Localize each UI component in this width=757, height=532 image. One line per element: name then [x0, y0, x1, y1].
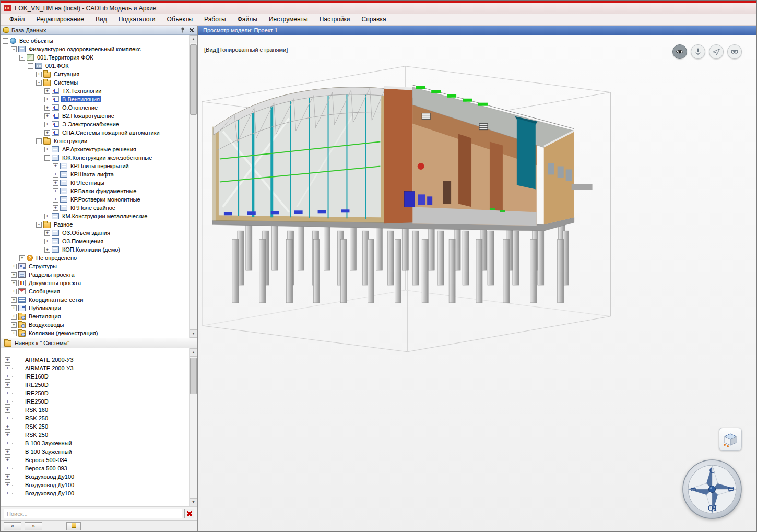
expand-icon[interactable]: +	[44, 230, 50, 236]
tree-item-label[interactable]: ОЗ.Объем здания	[61, 230, 112, 236]
tree-item-label[interactable]: Координатные сетки	[27, 297, 85, 303]
tree-item[interactable]: +ОЗ.Объем здания	[1, 229, 197, 237]
tree-item[interactable]: +Разделы проекта	[1, 270, 197, 279]
menu-item[interactable]: Объекты	[161, 14, 199, 25]
expand-icon[interactable]: +	[44, 147, 50, 152]
equipment-item-label[interactable]: Воздуховод Ду100	[23, 474, 76, 480]
menu-item[interactable]: Редактирование	[31, 14, 90, 25]
scroll-up-icon[interactable]: ▲	[190, 35, 197, 43]
expand-icon[interactable]: +	[5, 365, 10, 371]
tree-item[interactable]: +Воздуховоды	[1, 321, 197, 329]
tree-item-label[interactable]: Вентиляция	[27, 313, 63, 320]
tree-item[interactable]: +Документы проекта	[1, 279, 197, 287]
tree-item[interactable]: +ТХ.Технологии	[1, 87, 197, 95]
equipment-item-label[interactable]: IRE250D	[23, 390, 50, 396]
tree-item[interactable]: +КР.Ростверки монолитные	[1, 195, 197, 204]
equipment-panel-header[interactable]: Наверх к " Системы"	[1, 338, 197, 348]
equipment-item[interactable]: +IRE250D	[1, 381, 197, 389]
tree-item-label[interactable]: КР.Поле свайное	[69, 205, 117, 211]
expand-icon[interactable]: +	[44, 88, 50, 94]
equipment-item-label[interactable]: RSK 250	[23, 415, 50, 421]
expand-icon[interactable]: +	[11, 289, 17, 294]
tree-item-label[interactable]: Сообщения	[27, 288, 62, 294]
tree-item-label[interactable]: СПА.Системы пожарной автоматики	[61, 129, 161, 136]
expand-icon[interactable]: +	[5, 449, 10, 455]
tree-item-label[interactable]: КМ.Конструкции металлические	[61, 213, 149, 219]
equipment-item-label[interactable]: AIRMATE 2000-УЗ	[23, 365, 75, 371]
equipment-item-label[interactable]: Воздуховод Ду100	[23, 490, 76, 496]
equipment-item[interactable]: +RSK 250	[1, 431, 197, 439]
expand-icon[interactable]: +	[44, 247, 50, 253]
tree-item-label[interactable]: Коллизии (демонстрация)	[27, 330, 99, 336]
tree-item-label[interactable]: В.Вентиляция	[61, 96, 101, 102]
equipment-item[interactable]: +Воздуховод Ду100	[1, 481, 197, 489]
tree-item[interactable]: +Публикации	[1, 304, 197, 312]
equipment-item-label[interactable]: AIRMATE 2000-УЗ	[23, 357, 75, 363]
expand-icon[interactable]: +	[53, 163, 58, 169]
tree-item-label[interactable]: Разделы проекта	[27, 271, 76, 278]
tree-item[interactable]: +Координатные сетки	[1, 295, 197, 304]
tree-item-label[interactable]: Физкультурно-оздоровительный комплекс	[27, 46, 143, 52]
tree-item[interactable]: +Коллизии (демонстрация)	[1, 329, 197, 337]
tree-item[interactable]: +АР.Архитектурные решения	[1, 145, 197, 153]
collapse-icon[interactable]: -	[36, 138, 42, 144]
expand-icon[interactable]: +	[5, 457, 10, 463]
tree-item-label[interactable]: КЖ.Конструкции железобетонные	[61, 155, 153, 161]
visibility-button[interactable]	[672, 44, 687, 59]
menu-item[interactable]: Инструменты	[263, 14, 314, 25]
tree-item[interactable]: -Физкультурно-оздоровительный комплекс	[1, 45, 197, 53]
menu-item[interactable]: Работы	[198, 14, 232, 25]
tree-item-label[interactable]: ТХ.Технологии	[61, 88, 103, 94]
expand-icon[interactable]: +	[5, 466, 10, 471]
tree-item-label[interactable]: КР.Лестницы	[69, 180, 106, 186]
microphone-button[interactable]	[691, 44, 705, 59]
expand-icon[interactable]: +	[53, 172, 58, 178]
expand-icon[interactable]: +	[5, 441, 10, 446]
collapse-icon[interactable]: -	[44, 155, 50, 161]
tree-item[interactable]: +Структуры	[1, 262, 197, 270]
expand-icon[interactable]: +	[19, 255, 25, 261]
equipment-item[interactable]: +AIRMATE 2000-УЗ	[1, 356, 197, 364]
next-page-button[interactable]: »	[25, 522, 42, 530]
tree-item-label[interactable]: Структуры	[27, 263, 58, 269]
link-objects-button[interactable]	[727, 44, 742, 59]
tree-item[interactable]: -001.Территория ФОК	[1, 53, 197, 62]
expand-icon[interactable]: +	[11, 330, 17, 336]
expand-icon[interactable]: +	[44, 239, 50, 244]
collapse-icon[interactable]: -	[11, 46, 17, 52]
equipment-item[interactable]: +RSK 250	[1, 414, 197, 422]
menu-item[interactable]: Файл	[4, 14, 31, 25]
equipment-item-label[interactable]: RSK 250	[23, 432, 50, 438]
expand-icon[interactable]: +	[5, 374, 10, 380]
equipment-item[interactable]: +AIRMATE 2000-УЗ	[1, 364, 197, 372]
equipment-item[interactable]: +IRE250D	[1, 389, 197, 397]
menu-item[interactable]: Подкаталоги	[113, 14, 161, 25]
equipment-item[interactable]: +Вероса 500-034	[1, 456, 197, 464]
expand-icon[interactable]: +	[5, 424, 10, 430]
expand-icon[interactable]: +	[53, 205, 58, 211]
equipment-item-label[interactable]: В 100 Зауженный	[23, 440, 74, 446]
equipment-item-label[interactable]: В 100 Зауженный	[23, 448, 74, 455]
expand-icon[interactable]: +	[5, 357, 10, 363]
send-view-button[interactable]	[709, 44, 724, 59]
collapse-icon[interactable]: -	[19, 55, 25, 61]
expand-icon[interactable]: +	[11, 264, 17, 269]
equipment-item-label[interactable]: IRE250D	[23, 382, 50, 388]
tree-item[interactable]: +В2.Пожаротушение	[1, 112, 197, 120]
equipment-item[interactable]: +IRE160D	[1, 372, 197, 381]
equipment-item[interactable]: +В 100 Зауженный	[1, 447, 197, 456]
tree-item-label[interactable]: КР.Плиты перекрытий	[69, 163, 131, 169]
expand-icon[interactable]: +	[44, 130, 50, 136]
tree-item[interactable]: +КР.Балки фундаментные	[1, 187, 197, 195]
tree-item-label[interactable]: Системы	[52, 79, 79, 86]
equipment-item[interactable]: +IRE250D	[1, 397, 197, 406]
scrollbar-thumb[interactable]	[190, 44, 197, 115]
tree-item-label[interactable]: Все объекты	[18, 38, 55, 44]
expand-icon[interactable]: +	[53, 188, 58, 194]
tree-item[interactable]: +В.Вентиляция	[1, 95, 197, 103]
scroll-up-icon[interactable]: ▲	[190, 348, 197, 357]
collapse-icon[interactable]: -	[28, 63, 33, 69]
expand-icon[interactable]: +	[11, 322, 17, 328]
tree-item[interactable]: +Ситуация	[1, 70, 197, 78]
expand-icon[interactable]: +	[5, 482, 10, 488]
